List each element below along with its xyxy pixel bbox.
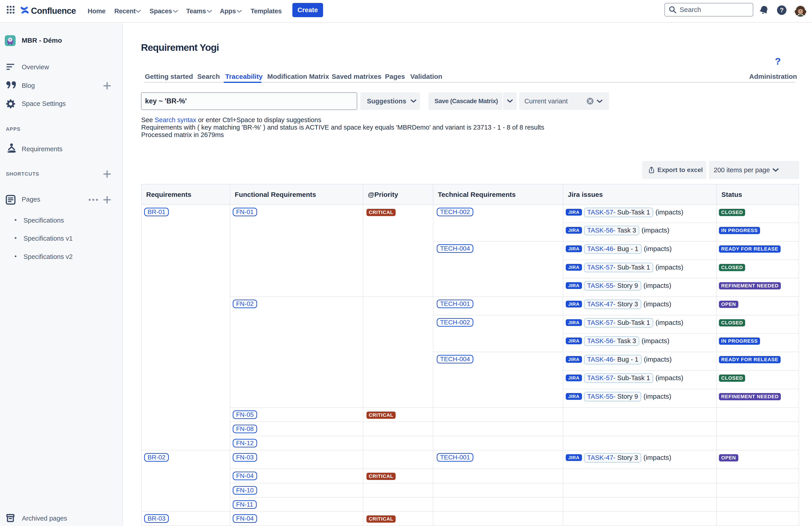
svg-text:?: ? [780,6,784,14]
